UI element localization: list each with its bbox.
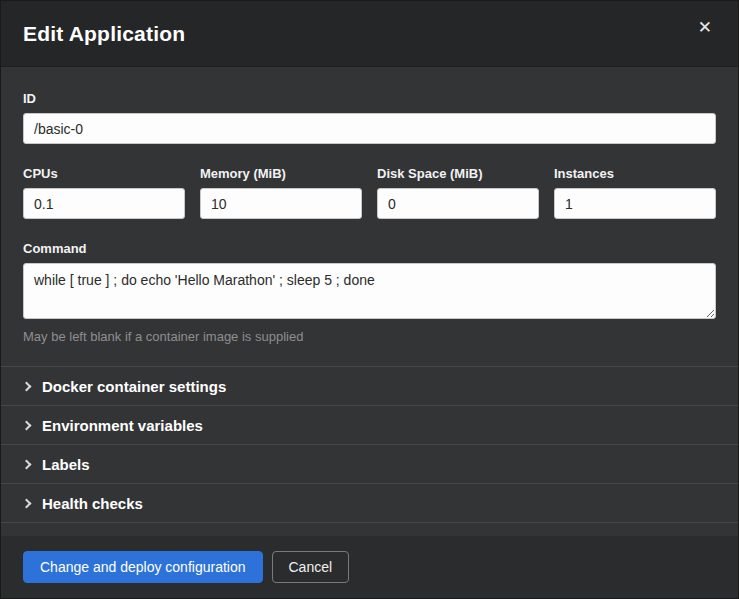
memory-input[interactable]	[200, 188, 362, 219]
command-help-text: May be left blank if a container image i…	[23, 329, 716, 344]
modal-header: Edit Application ✕	[1, 1, 738, 67]
id-label: ID	[23, 91, 716, 106]
cancel-button[interactable]: Cancel	[272, 551, 350, 583]
section-label: Docker container settings	[42, 378, 226, 395]
modal-body: ID CPUs Memory (MiB) Disk Space (MiB) In	[1, 67, 738, 536]
section-docker-container-settings[interactable]: Docker container settings	[1, 366, 738, 405]
section-environment-variables[interactable]: Environment variables	[1, 405, 738, 444]
memory-label: Memory (MiB)	[200, 166, 362, 181]
form-fields: ID CPUs Memory (MiB) Disk Space (MiB) In	[1, 91, 738, 344]
disk-field-group: Disk Space (MiB)	[377, 166, 539, 219]
change-and-deploy-button[interactable]: Change and deploy configuration	[23, 551, 263, 583]
close-button[interactable]: ✕	[694, 15, 716, 40]
section-optional-settings[interactable]: Optional settings	[1, 522, 738, 536]
cpus-field-group: CPUs	[23, 166, 185, 219]
section-health-checks[interactable]: Health checks	[1, 483, 738, 522]
id-field-group: ID	[23, 91, 716, 144]
command-label: Command	[23, 241, 716, 256]
cpus-input[interactable]	[23, 188, 185, 219]
instances-label: Instances	[554, 166, 716, 181]
memory-field-group: Memory (MiB)	[200, 166, 362, 219]
modal-title: Edit Application	[23, 22, 185, 46]
section-label: Environment variables	[42, 417, 203, 434]
section-label: Health checks	[42, 495, 143, 512]
chevron-right-icon	[22, 381, 32, 391]
modal-footer: Change and deploy configuration Cancel	[1, 536, 738, 598]
chevron-right-icon	[22, 459, 32, 469]
edit-application-modal: Edit Application ✕ ID CPUs Memory (MiB)	[0, 0, 739, 599]
collapsible-sections: Docker container settings Environment va…	[1, 366, 738, 536]
instances-input[interactable]	[554, 188, 716, 219]
close-icon: ✕	[698, 18, 712, 37]
chevron-right-icon	[22, 420, 32, 430]
section-label: Labels	[42, 456, 90, 473]
instances-field-group: Instances	[554, 166, 716, 219]
cpus-label: CPUs	[23, 166, 185, 181]
disk-space-input[interactable]	[377, 188, 539, 219]
section-labels[interactable]: Labels	[1, 444, 738, 483]
id-input[interactable]	[23, 113, 716, 144]
resource-fields-row: CPUs Memory (MiB) Disk Space (MiB) Insta…	[23, 166, 716, 219]
disk-space-label: Disk Space (MiB)	[377, 166, 539, 181]
command-field-group: Command while [ true ] ; do echo 'Hello …	[23, 241, 716, 344]
chevron-right-icon	[22, 498, 32, 508]
command-textarea[interactable]: while [ true ] ; do echo 'Hello Marathon…	[23, 263, 716, 319]
